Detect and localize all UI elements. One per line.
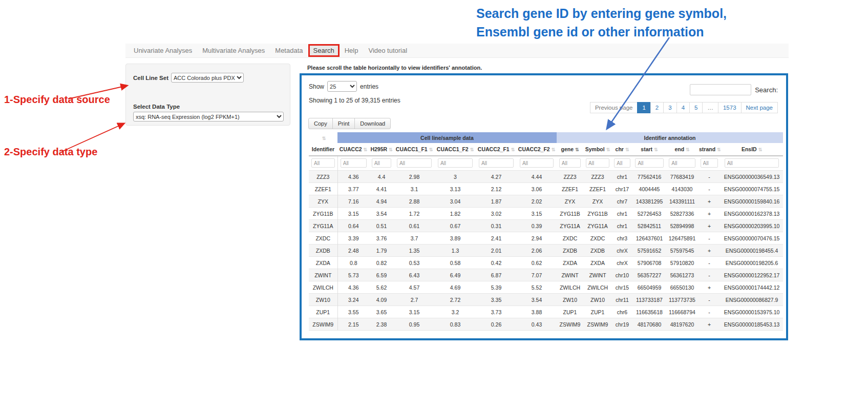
filter-cell <box>583 156 612 171</box>
filter-input-h295r[interactable] <box>372 158 392 168</box>
nav-tab-metadata[interactable]: Metadata <box>270 44 308 57</box>
page-button-4[interactable]: 4 <box>676 102 690 113</box>
table-row[interactable]: ZWINT5.736.596.436.496.877.07ZWINTZWINTc… <box>309 269 783 281</box>
table-row[interactable]: ZXDA0.80.820.530.580.420.62ZXDAZXDAchrX5… <box>309 257 783 269</box>
table-row[interactable]: ZSWIM92.152.380.950.830.260.43ZSWIM9ZSWI… <box>309 318 783 331</box>
sort-icon[interactable]: ⇅ <box>429 147 433 152</box>
filter-input-gene[interactable] <box>559 158 581 168</box>
column-header-start[interactable]: start⇅ <box>632 143 666 156</box>
table-row[interactable]: ZYG11B3.153.541.721.823.023.15ZYG11BZYG1… <box>309 208 783 220</box>
sort-icon[interactable]: ⇅ <box>717 147 721 152</box>
page-length-select[interactable]: 25 <box>327 81 357 92</box>
filter-input-cuacc1-f2[interactable] <box>438 158 473 168</box>
filter-input-cuacc2-f2[interactable] <box>520 158 554 168</box>
column-header-identifier[interactable]: Identifier <box>309 143 337 156</box>
table-cell: 6.49 <box>435 269 476 281</box>
table-row[interactable]: ZYX7.164.942.883.041.872.02ZYXZYXchr7143… <box>309 195 783 208</box>
filter-input-end[interactable] <box>669 158 695 168</box>
sort-icon[interactable]: ⇅ <box>322 136 326 141</box>
column-header-cuacc2[interactable]: CUACC2⇅ <box>337 143 369 156</box>
table-cell: 3.55 <box>337 306 369 318</box>
table-row[interactable]: ZUP13.553.653.153.23.733.88ZUP1ZUP1chr61… <box>309 306 783 318</box>
page-button-3[interactable]: 3 <box>663 102 676 113</box>
column-header-cuacc1-f1[interactable]: CUACC1_F1⇅ <box>394 143 435 156</box>
next-page-button[interactable]: Next page <box>741 102 778 113</box>
sort-icon[interactable]: ⇅ <box>654 147 658 152</box>
sort-icon[interactable]: ⇅ <box>511 147 515 152</box>
nav-tab-video-tutorial[interactable]: Video tutorial <box>363 44 412 57</box>
column-header-ensid[interactable]: EnsID⇅ <box>721 143 783 156</box>
table-row[interactable]: ZXDC3.393.763.73.892.412.94ZXDCZXDCchr31… <box>309 232 783 245</box>
filter-input-start[interactable] <box>635 158 663 168</box>
cell-line-set-select[interactable]: ACC Colorado plus PDX <box>171 73 244 83</box>
filter-cell <box>612 156 632 171</box>
table-row[interactable]: ZWILCH4.365.624.574.695.395.52ZWILCHZWIL… <box>309 281 783 294</box>
table-row[interactable]: ZYG11A0.640.510.610.670.310.39ZYG11AZYG1… <box>309 220 783 232</box>
sort-icon[interactable]: ⇅ <box>364 147 368 152</box>
column-header-chr[interactable]: chr⇅ <box>612 143 632 156</box>
sort-icon[interactable]: ⇅ <box>686 147 690 152</box>
table-cell: 4004445 <box>632 183 666 195</box>
page-button-5[interactable]: 5 <box>689 102 703 113</box>
sort-icon[interactable]: ⇅ <box>389 147 393 152</box>
search-input[interactable] <box>690 84 751 95</box>
copy-button[interactable]: Copy <box>308 118 333 129</box>
search-results-panel: Show 25 entries Showing 1 to 25 of 39,31… <box>300 73 788 340</box>
nav-tab-multivariate-analyses[interactable]: Multivariate Analyses <box>197 44 270 57</box>
table-cell: 4.09 <box>369 294 394 306</box>
table-cell: ZZZ3 <box>583 171 612 183</box>
table-row[interactable]: ZZEF13.774.413.13.132.123.06ZZEF1ZZEF1ch… <box>309 183 783 195</box>
filter-input-cuacc1-f1[interactable] <box>397 158 432 168</box>
table-row[interactable]: ZZZ34.364.42.9834.274.44ZZZ3ZZZ3chr17756… <box>309 171 783 183</box>
table-cell: ZYG11A <box>583 220 612 232</box>
table-cell: 1.35 <box>394 245 435 257</box>
table-cell: 56361273 <box>666 269 698 281</box>
column-header-strand[interactable]: strand⇅ <box>698 143 721 156</box>
filter-input-ensid[interactable] <box>725 158 779 168</box>
filter-input-identifier[interactable] <box>311 158 335 168</box>
filter-input-chr[interactable] <box>614 158 630 168</box>
sort-icon[interactable]: ⇅ <box>606 147 610 152</box>
column-header-symbol[interactable]: Symbol⇅ <box>583 143 612 156</box>
sort-icon[interactable]: ⇅ <box>625 147 629 152</box>
sort-icon[interactable]: ⇅ <box>470 147 474 152</box>
page-button-1[interactable]: 1 <box>637 102 650 113</box>
table-row[interactable]: ZW103.244.092.72.723.353.54ZW10ZW10chr11… <box>309 294 783 306</box>
table-cell: 48170680 <box>632 318 666 331</box>
nav-tab-search[interactable]: Search <box>308 44 340 57</box>
table-cell: ENSG00000074755.15 <box>721 183 783 195</box>
table-cell: chr1 <box>612 171 632 183</box>
filter-input-strand[interactable] <box>701 158 718 168</box>
sort-icon[interactable]: ⇅ <box>552 147 556 152</box>
filter-input-cuacc2-f1[interactable] <box>479 158 514 168</box>
table-cell: ENSG00000070476.15 <box>721 232 783 245</box>
previous-page-button[interactable]: Previous page <box>590 102 638 113</box>
page-button-1573[interactable]: 1573 <box>718 102 742 113</box>
download-button[interactable]: Download <box>354 118 391 129</box>
column-header-cuacc1-f2[interactable]: CUACC1_F2⇅ <box>435 143 476 156</box>
table-cell: chr7 <box>612 195 632 208</box>
table-cell: ZXDB <box>309 245 337 257</box>
table-row[interactable]: ZXDB2.481.791.351.32.012.06ZXDBZXDBchrX5… <box>309 245 783 257</box>
page-button-2[interactable]: 2 <box>650 102 664 113</box>
table-cell: 3.24 <box>337 294 369 306</box>
print-button[interactable]: Print <box>332 118 355 129</box>
filter-input-symbol[interactable] <box>586 158 609 168</box>
table-cell: 6.59 <box>369 269 394 281</box>
column-header-cuacc2-f1[interactable]: CUACC2_F1⇅ <box>476 143 517 156</box>
nav-tab-help[interactable]: Help <box>340 44 364 57</box>
column-header-gene[interactable]: gene⇅ <box>557 143 583 156</box>
table-cell: chr3 <box>612 232 632 245</box>
nav-tab-univariate-analyses[interactable]: Univariate Analyses <box>129 44 197 57</box>
sort-icon[interactable]: ⇅ <box>575 147 579 152</box>
filter-input-cuacc2[interactable] <box>341 158 367 168</box>
table-cell: 57591652 <box>632 245 666 257</box>
sort-icon[interactable]: ⇅ <box>758 147 763 152</box>
column-header-h295r[interactable]: H295R⇅ <box>369 143 394 156</box>
table-cell: 3.15 <box>517 208 557 220</box>
column-header-cuacc2-f2[interactable]: CUACC2_F2⇅ <box>517 143 557 156</box>
column-header-end[interactable]: end⇅ <box>666 143 698 156</box>
table-cell: ENSG00000086827.9 <box>721 294 783 306</box>
table-cell: 66550130 <box>666 281 698 294</box>
data-type-select[interactable]: xsq: RNA-seq Expression (log2 FPKM+1) <box>133 112 284 121</box>
